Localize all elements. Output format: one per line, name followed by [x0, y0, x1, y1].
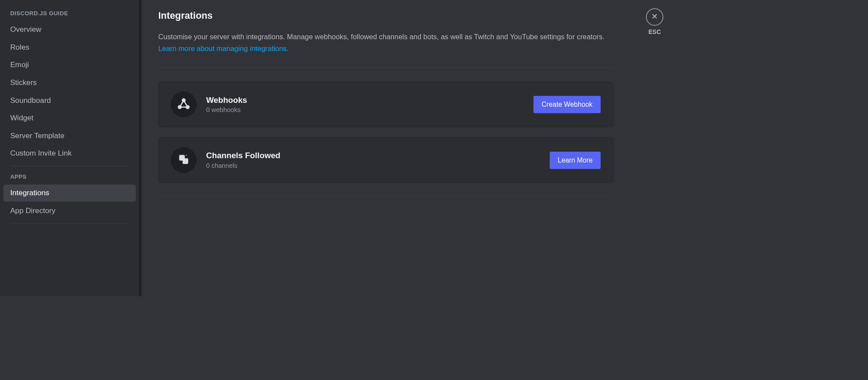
sidebar-item-roles[interactable]: Roles	[3, 39, 136, 56]
svg-rect-5	[184, 160, 187, 161]
learn-more-button[interactable]: Learn More	[550, 152, 601, 169]
close-icon	[650, 12, 659, 22]
card-subtitle-webhooks: 0 webhooks	[206, 106, 524, 114]
sidebar-item-stickers[interactable]: Stickers	[3, 74, 136, 91]
card-title-webhooks: Webhooks	[206, 95, 524, 105]
card-subtitle-channels-followed: 0 channels	[206, 162, 540, 169]
learn-more-link[interactable]: Learn more about managing integrations.	[158, 44, 289, 52]
page-description: Customise your server with integrations.…	[158, 31, 613, 54]
sidebar-item-server-template[interactable]: Server Template	[3, 127, 136, 144]
close-area: ESC	[646, 8, 664, 36]
sidebar-item-soundboard[interactable]: Soundboard	[3, 92, 136, 109]
channels-followed-icon	[177, 153, 190, 167]
main-content: ESC Integrations Customise your server w…	[141, 0, 677, 296]
sidebar-item-emoji[interactable]: Emoji	[3, 56, 136, 73]
card-icon-wrap	[171, 147, 196, 173]
sidebar-item-app-directory[interactable]: App Directory	[3, 202, 136, 219]
sidebar-section-header-guide: DISCORD.JS GUIDE	[3, 7, 136, 20]
card-text: Webhooks 0 webhooks	[206, 95, 524, 114]
sidebar-divider	[10, 223, 129, 224]
svg-rect-4	[182, 158, 188, 164]
webhook-icon	[177, 97, 190, 112]
close-button[interactable]	[646, 8, 664, 26]
card-webhooks: Webhooks 0 webhooks Create Webhook	[158, 81, 613, 127]
create-webhook-button[interactable]: Create Webhook	[534, 96, 601, 113]
card-channels-followed: Channels Followed 0 channels Learn More	[158, 137, 613, 183]
content-divider	[158, 68, 613, 68]
sidebar-section-header-apps: APPS	[3, 170, 136, 184]
sidebar: DISCORD.JS GUIDE Overview Roles Emoji St…	[0, 0, 139, 296]
sidebar-item-integrations[interactable]: Integrations	[3, 185, 136, 202]
description-text: Customise your server with integrations.…	[158, 33, 604, 41]
card-title-channels-followed: Channels Followed	[206, 151, 540, 160]
page-title: Integrations	[158, 10, 660, 21]
svg-rect-6	[184, 162, 186, 163]
card-icon-wrap	[171, 92, 196, 117]
sidebar-item-custom-invite-link[interactable]: Custom Invite Link	[3, 145, 136, 162]
esc-label: ESC	[648, 29, 661, 36]
card-text: Channels Followed 0 channels	[206, 151, 540, 169]
sidebar-divider	[10, 166, 129, 166]
sidebar-item-widget[interactable]: Widget	[3, 109, 136, 126]
content-divider	[158, 197, 613, 197]
sidebar-item-overview[interactable]: Overview	[3, 21, 136, 38]
